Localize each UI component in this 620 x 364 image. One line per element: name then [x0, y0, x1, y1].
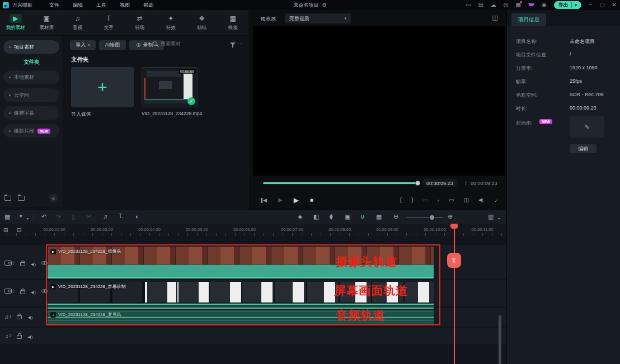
- more-options-icon[interactable]: [238, 41, 243, 46]
- previous-frame-icon[interactable]: ◀: [261, 198, 267, 203]
- lock-track-icon[interactable]: [20, 262, 25, 266]
- import-button[interactable]: 导入: [70, 40, 96, 50]
- mute-track-icon[interactable]: [31, 258, 36, 267]
- auto-ripple-icon[interactable]: [376, 214, 382, 220]
- minimize-button[interactable]: [589, 2, 592, 8]
- tab-effects[interactable]: 特效: [156, 14, 186, 31]
- motion-tracking-icon[interactable]: [135, 214, 139, 220]
- mark-in-icon[interactable]: [400, 197, 402, 203]
- ai-draw-button[interactable]: AI绘图: [99, 40, 126, 50]
- tab-stock-media[interactable]: 素材库: [31, 14, 62, 31]
- current-timecode[interactable]: 00:00:09.23: [423, 179, 457, 187]
- mute-track-icon[interactable]: [31, 286, 36, 295]
- cloud-upload-icon[interactable]: [491, 2, 496, 8]
- track-manager-icon[interactable]: [488, 214, 494, 220]
- sidebar-item-cloud-space[interactable]: 云空间: [3, 88, 59, 102]
- filter-icon[interactable]: [230, 42, 236, 48]
- lock-track-icon[interactable]: [17, 335, 22, 339]
- import-media-tile[interactable]: +: [71, 67, 134, 107]
- tab-text[interactable]: 文字: [93, 14, 124, 31]
- audio-mixer-icon[interactable]: [17, 228, 21, 233]
- sidebar-item-hot-clips[interactable]: 爆款片段 NEW: [3, 124, 59, 138]
- playhead-line[interactable]: [454, 224, 455, 364]
- mute-track-icon[interactable]: [27, 331, 32, 340]
- redo-icon[interactable]: [56, 214, 61, 220]
- play-button[interactable]: [294, 197, 299, 204]
- tab-transitions[interactable]: 转场: [125, 14, 155, 31]
- fit-screen-icon[interactable]: [449, 197, 454, 203]
- account-icon[interactable]: [542, 2, 547, 8]
- sidebar-item-project-media[interactable]: 项目素材: [3, 40, 59, 54]
- preview-quality-dropdown[interactable]: 完整画质: [285, 13, 351, 23]
- playhead-split-scissors-icon[interactable]: ✂: [447, 253, 461, 268]
- timeline-ruler[interactable]: 00:00:02:00 00:00:03:00 00:00:04:00 00:0…: [0, 224, 506, 237]
- undo-icon[interactable]: [41, 214, 46, 220]
- project-settings-gear-icon[interactable]: [322, 3, 326, 8]
- screen-record-icon[interactable]: [345, 214, 350, 220]
- media-clip-thumbnail[interactable]: 00:00:09 ✓: [142, 67, 198, 107]
- tab-templates[interactable]: 模板: [218, 14, 248, 31]
- split-icon[interactable]: [86, 214, 91, 220]
- sidebar-item-meme-captions[interactable]: 爆梗字幕: [3, 106, 59, 120]
- menu-view[interactable]: 视图: [120, 2, 130, 9]
- timeline-zoom-slider[interactable]: [406, 217, 443, 218]
- magnet-snap-icon[interactable]: [360, 214, 365, 220]
- timeline-scrollbar[interactable]: [499, 315, 501, 364]
- export-caret-icon[interactable]: ▾: [571, 2, 577, 8]
- mask-icon[interactable]: [313, 214, 319, 220]
- stop-button[interactable]: [310, 197, 313, 203]
- delete-icon[interactable]: [72, 214, 75, 220]
- mute-track-icon[interactable]: [27, 311, 32, 320]
- zoom-slider-handle[interactable]: [430, 215, 434, 220]
- hide-track-icon[interactable]: [41, 289, 48, 293]
- close-button[interactable]: [612, 2, 617, 8]
- color-icon[interactable]: [330, 214, 332, 220]
- collapse-sidebar-button[interactable]: «: [49, 194, 58, 202]
- seek-bar[interactable]: [263, 182, 417, 184]
- gift-icon[interactable]: [516, 2, 521, 8]
- menu-help[interactable]: 帮助: [143, 2, 153, 9]
- grid-view-icon[interactable]: [3, 228, 8, 233]
- export-button[interactable]: 导出 ▾: [554, 1, 582, 9]
- mark-out-icon[interactable]: [411, 197, 413, 203]
- playhead-handle[interactable]: [450, 224, 458, 229]
- next-frame-icon[interactable]: [278, 197, 283, 203]
- video-viewport[interactable]: [253, 26, 505, 176]
- support-icon[interactable]: [504, 2, 509, 8]
- cover-image-box[interactable]: [570, 116, 604, 138]
- tab-stickers[interactable]: 贴纸: [187, 14, 217, 31]
- keyframe-icon[interactable]: [298, 214, 302, 220]
- save-icon[interactable]: [478, 2, 483, 8]
- snapshot-icon[interactable]: [464, 197, 469, 203]
- menu-edit[interactable]: 编辑: [73, 2, 83, 9]
- edit-cover-button[interactable]: 编辑: [570, 144, 596, 153]
- snapshot-view-icon[interactable]: [492, 15, 498, 21]
- search-input[interactable]: [161, 41, 205, 46]
- select-tool-caret-icon[interactable]: [27, 217, 29, 220]
- track-manager-caret-icon[interactable]: [498, 217, 500, 220]
- tab-project-info[interactable]: 项目信息: [511, 13, 546, 26]
- hide-track-icon[interactable]: [41, 261, 48, 265]
- select-tool-icon[interactable]: [18, 213, 25, 220]
- menu-tools[interactable]: 工具: [96, 2, 106, 9]
- aspect-ratio-icon[interactable]: [422, 197, 428, 203]
- shopping-cart-icon[interactable]: [528, 3, 534, 7]
- maximize-button[interactable]: [599, 2, 604, 8]
- volume-icon[interactable]: [478, 198, 483, 202]
- sidebar-item-local-media[interactable]: 本地素材: [3, 70, 59, 84]
- zoom-in-icon[interactable]: [448, 214, 453, 220]
- tab-audio[interactable]: 音频: [63, 14, 93, 31]
- zoom-out-icon[interactable]: [393, 214, 398, 220]
- media-bin-icon[interactable]: [4, 214, 10, 220]
- lock-track-icon[interactable]: [20, 290, 25, 294]
- fullscreen-icon[interactable]: [492, 196, 500, 204]
- menu-file[interactable]: 文件: [49, 2, 59, 9]
- tab-my-media[interactable]: 我的素材: [1, 14, 31, 31]
- display-mode-icon[interactable]: [466, 2, 471, 8]
- audio-denoise-icon[interactable]: [103, 214, 109, 220]
- lock-track-icon[interactable]: [17, 315, 22, 319]
- folder-list-icon[interactable]: [18, 196, 25, 201]
- text-tool-icon[interactable]: [119, 214, 123, 219]
- ratio-caret-icon[interactable]: [438, 198, 440, 202]
- seek-handle[interactable]: [415, 181, 420, 186]
